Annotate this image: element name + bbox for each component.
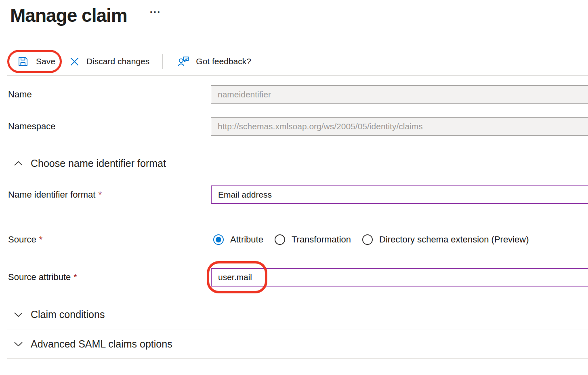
radio-selected-icon	[213, 234, 224, 245]
feedback-person-icon	[177, 55, 190, 68]
name-label: Name	[8, 89, 211, 100]
save-button[interactable]: Save	[8, 55, 60, 67]
toolbar-separator	[162, 54, 163, 69]
overflow-menu-button[interactable]: ···	[150, 6, 161, 18]
source-attribute-input[interactable]	[211, 268, 588, 287]
got-feedback-label: Got feedback?	[196, 57, 251, 66]
name-field-row: Name	[8, 85, 588, 104]
page-header: Manage claim ···	[0, 0, 588, 27]
source-radio-group: Attribute Transformation Directory schem…	[211, 234, 588, 245]
chevron-down-icon	[14, 341, 23, 347]
radio-label: Attribute	[230, 234, 263, 245]
name-identifier-format-select[interactable]: Email address	[211, 185, 588, 204]
radio-label: Transformation	[292, 234, 351, 245]
discard-changes-label: Discard changes	[86, 57, 149, 66]
section-header-choose-name-identifier-format[interactable]: Choose name identifier format	[14, 157, 588, 169]
section-divider	[7, 358, 588, 359]
radio-option-transformation[interactable]: Transformation	[275, 234, 351, 245]
name-identifier-format-label: Name identifier format*	[8, 190, 211, 200]
radio-option-attribute[interactable]: Attribute	[213, 234, 263, 245]
required-asterisk: *	[98, 190, 102, 200]
source-label: Source*	[8, 234, 211, 245]
namespace-field-row: Namespace	[8, 117, 588, 136]
save-button-label: Save	[36, 57, 55, 66]
radio-label: Directory schema extension (Preview)	[379, 234, 529, 245]
radio-unselected-icon	[275, 234, 285, 245]
namespace-input	[211, 117, 588, 136]
section-divider	[7, 149, 588, 149]
radio-unselected-icon	[362, 234, 373, 245]
discard-changes-button[interactable]: Discard changes	[69, 56, 149, 67]
namespace-label: Namespace	[8, 121, 211, 132]
command-bar: Save Discard changes Got feedback?	[8, 49, 588, 74]
name-input	[211, 85, 588, 104]
chevron-up-icon	[14, 160, 23, 166]
section-title: Advanced SAML claims options	[31, 338, 172, 350]
source-row: Source* Attribute Transformation Directo…	[8, 234, 588, 246]
required-asterisk: *	[39, 234, 43, 244]
toolbar-divider	[7, 75, 588, 76]
radio-option-directory-schema-extension[interactable]: Directory schema extension (Preview)	[362, 234, 529, 245]
got-feedback-button[interactable]: Got feedback?	[177, 55, 251, 68]
section-title: Claim conditions	[31, 309, 105, 320]
chevron-down-icon	[14, 312, 23, 318]
section-header-advanced-saml-claims-options[interactable]: Advanced SAML claims options	[14, 329, 588, 358]
section-header-claim-conditions[interactable]: Claim conditions	[14, 300, 588, 329]
section-divider	[7, 224, 588, 224]
source-attribute-label: Source attribute*	[8, 272, 211, 282]
name-identifier-format-row: Name identifier format* Email address	[8, 185, 588, 204]
section-title: Choose name identifier format	[31, 158, 166, 169]
source-attribute-row: Source attribute*	[8, 268, 588, 287]
page-title: Manage claim	[10, 4, 127, 27]
save-icon	[17, 55, 29, 67]
required-asterisk: *	[74, 272, 77, 282]
close-icon	[69, 56, 80, 67]
